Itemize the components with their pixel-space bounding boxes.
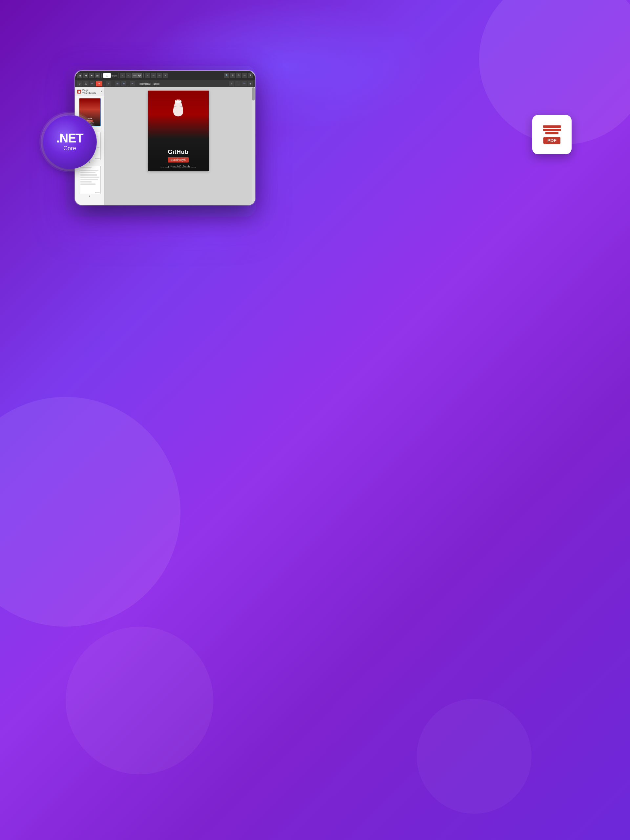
back-button[interactable]: ↩	[90, 81, 95, 86]
pdf-icon-line-3	[545, 132, 559, 134]
cursor-tool-button[interactable]: ↖	[145, 73, 150, 78]
pdf-icon-line-2	[543, 129, 561, 131]
dotnet-core-badge: .NET Core	[43, 115, 97, 169]
undo-button[interactable]: ↩	[151, 73, 156, 78]
thumbnail-panel-title: Page Thumbnails	[82, 88, 101, 95]
book-footer: Syncfusion | Technology Resource Portal	[148, 166, 209, 168]
zoom-level-select[interactable]: 68% 50% 75% 100%	[132, 73, 142, 78]
nav-next-button[interactable]: ▶	[89, 73, 94, 78]
indent-button[interactable]: →	[235, 81, 241, 86]
more-button[interactable]: ⋯	[242, 73, 247, 78]
viewer-body: 📄 Page Thumbnails × 🔖 GitHub Succinctly®…	[75, 87, 255, 205]
dotnet-subtext: Core	[63, 145, 76, 152]
dotnet-text: .NET	[56, 132, 83, 144]
thumbnail-3-image: Syncfusion	[79, 166, 101, 194]
svg-point-2	[176, 100, 177, 101]
toolbar-top: ⏮ ◀ ▶ ⏭ of 10 − + 68% 50% 75% 100% ↖ ↩ ↪…	[75, 71, 255, 80]
thumbnail-panel-header: 📄 Page Thumbnails ×	[75, 87, 104, 96]
nav-prev-button[interactable]: ◀	[83, 73, 88, 78]
secondary-sep-1	[104, 81, 104, 86]
settings-button[interactable]: ⚙	[236, 73, 241, 78]
download-button[interactable]: ⬇	[248, 73, 253, 78]
pdf-icon-line-1	[543, 125, 561, 128]
page-total-text: of 10	[112, 74, 117, 77]
thumbnail-2-num: 2	[89, 161, 91, 163]
sidebar-button[interactable]: ⊞	[230, 73, 235, 78]
font-name-text: Helvetica	[139, 83, 151, 85]
book-title-area: GitHub Succinctly® by Joseph D. Booth	[167, 145, 190, 168]
toolbar-separator-1	[101, 73, 102, 78]
redo-button[interactable]: ↪	[157, 73, 162, 78]
font-size-text: 16px	[153, 83, 160, 85]
bg-decoration-circle-3	[66, 627, 213, 774]
secondary-sep-3	[128, 81, 128, 86]
book-footer-text: Syncfusion | Technology Resource Portal	[148, 166, 209, 168]
thumb-sf-logo: Syncfusion	[95, 158, 100, 159]
list-button[interactable]: ☰	[121, 81, 126, 86]
underline-button[interactable]: U	[77, 81, 82, 86]
color-button[interactable]: ▼	[96, 81, 102, 86]
toolbar-separator-3	[143, 73, 144, 78]
book-subtitle: Succinctly®	[168, 157, 188, 163]
thumbnail-panel-icon: 📄	[77, 90, 81, 93]
bg-decoration-circle-2	[0, 397, 181, 627]
comment-button[interactable]: ✎	[163, 73, 168, 78]
search-button[interactable]: 🔍	[224, 73, 229, 78]
thumb-sf-logo-3: Syncfusion	[95, 192, 100, 193]
pdf-scrollbar-thumb[interactable]	[252, 87, 255, 101]
book-main-title: GitHub	[167, 149, 190, 156]
nav-last-button[interactable]: ⏭	[95, 73, 100, 78]
svg-point-4	[180, 100, 181, 101]
nav-first-button[interactable]: ⏮	[77, 73, 82, 78]
pdf-viewer-window: ⏮ ◀ ▶ ⏭ of 10 − + 68% 50% 75% 100% ↖ ↩ ↪…	[75, 71, 255, 205]
page-number-input[interactable]	[103, 73, 111, 78]
svg-point-3	[178, 99, 179, 101]
zoom-out-button[interactable]: −	[120, 73, 125, 78]
expand-button[interactable]: ▼	[248, 81, 253, 86]
table-button[interactable]: ⊞	[115, 81, 120, 86]
bg-decoration-circle-4	[417, 699, 532, 814]
pdf-icon-badge: PDF	[532, 115, 572, 154]
thumbnail-close-button[interactable]: ×	[101, 90, 102, 93]
thumb-title: GitHub	[88, 118, 92, 120]
toolbar-separator-2	[118, 73, 118, 78]
salt-shaker-icon	[170, 97, 186, 118]
pdf-icon-lines	[543, 125, 561, 134]
thumbnail-page-3[interactable]: Syncfusion 3	[76, 166, 103, 197]
pdf-scrollbar[interactable]	[252, 87, 255, 205]
format-button[interactable]: ≡	[106, 81, 111, 86]
book-cover: GitHub Succinctly® by Joseph D. Booth Sy…	[148, 91, 209, 171]
more2-button[interactable]: ⋯	[241, 81, 247, 86]
pdf-main-area: GitHub Succinctly® by Joseph D. Booth Sy…	[105, 87, 252, 205]
strikethrough-button[interactable]: S	[83, 81, 88, 86]
pdf-label: PDF	[543, 137, 561, 144]
svg-rect-1	[175, 101, 181, 102]
align-button[interactable]: ≡	[229, 81, 234, 86]
pen-button[interactable]: ✏	[130, 81, 135, 86]
toolbar-secondary: U S ↩ ▼ ≡ ⊞ ☰ ✏ Helvetica 16px ≡ → ⋯ ▼	[75, 80, 255, 87]
secondary-sep-2	[113, 81, 113, 86]
pdf-page-1: GitHub Succinctly® by Joseph D. Booth Sy…	[148, 91, 209, 171]
zoom-in-button[interactable]: +	[126, 73, 131, 78]
thumbnail-3-num: 3	[89, 195, 91, 197]
